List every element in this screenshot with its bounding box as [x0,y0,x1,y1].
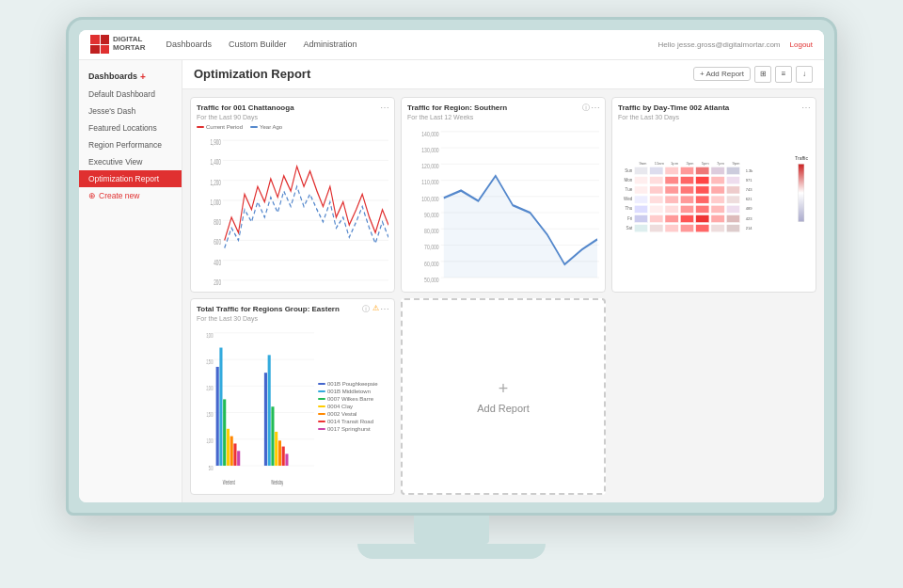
svg-rect-94 [726,215,739,222]
chart-heatmap: Traffic by Day-Time 002 Atlanta For the … [611,97,816,294]
logo-icon [90,35,109,54]
add-report-label: Add Report [477,403,530,414]
svg-rect-124 [227,429,230,466]
chart1-title: Traffic for 001 Chattanooga [197,103,388,112]
sidebar-item-optimization[interactable]: Optimization Report [79,170,182,187]
chart4-title: Total Traffic for Regions Group: Eastern [197,305,388,313]
legend-vestal: 0002 Vestal [318,411,388,417]
svg-rect-97 [665,224,678,231]
nav-links: Dashboards Custom Builder Administration [165,40,658,49]
svg-rect-84 [680,205,693,213]
main-header: Optimization Report + Add Report ⊞ ≡ ↓ [182,60,824,89]
svg-text:1,900: 1,900 [210,137,221,146]
nav-custom-builder[interactable]: Custom Builder [227,40,289,49]
layout-grid-button[interactable]: ⊞ [754,66,771,83]
chart3-menu[interactable]: ⋯ [801,103,811,113]
svg-rect-82 [650,205,663,213]
nav-dashboards[interactable]: Dashboards [165,40,214,49]
svg-text:Thu: Thu [625,206,632,211]
svg-rect-90 [665,215,678,222]
svg-text:9pm: 9pm [732,161,740,166]
svg-rect-126 [233,443,236,466]
sidebar-item-region[interactable]: Region Performance [79,136,182,153]
monitor-bezel: DIGITAL MORTAR Dashboards Custom Builder… [79,30,824,502]
svg-text:1,000: 1,000 [206,437,213,445]
svg-text:200: 200 [214,278,221,286]
add-report-button[interactable]: + Add Report [693,67,751,81]
svg-rect-53 [634,167,647,174]
svg-text:1.3k: 1.3k [746,167,754,172]
svg-text:2,500: 2,500 [206,358,213,365]
add-report-placeholder[interactable]: + Add Report [401,298,606,495]
svg-text:3pm: 3pm [686,161,694,166]
chart1-svg: 1,900 1,400 1,200 1,000 800 600 400 200 [197,133,388,287]
nav-administration[interactable]: Administration [302,40,359,49]
svg-text:7pm: 7pm [717,161,725,166]
svg-text:489: 489 [746,206,753,211]
l4-color [318,405,325,407]
svg-rect-66 [726,176,739,183]
sidebar-item-jesses[interactable]: Jesse's Dash [79,103,182,119]
svg-rect-79 [711,196,724,203]
l3-color [318,398,325,400]
sidebar-item-featured[interactable]: Featured Locations [79,119,182,136]
svg-rect-81 [634,205,647,213]
svg-rect-77 [680,196,693,203]
svg-rect-72 [711,185,724,193]
svg-rect-88 [634,215,647,222]
svg-rect-125 [230,437,233,466]
svg-rect-96 [650,224,663,231]
layout-list-button[interactable]: ≡ [775,66,792,83]
svg-rect-67 [634,185,647,193]
svg-rect-64 [696,176,709,183]
svg-text:743: 743 [746,186,753,191]
svg-rect-78 [696,196,709,203]
svg-text:2,000: 2,000 [206,384,213,391]
user-greeting: Hello jesse.gross@digitalmortar.com [658,40,781,49]
svg-rect-87 [726,205,739,213]
chart1-legend: Current Period Year Ago [197,124,388,130]
sidebar-item-executive[interactable]: Executive View [79,153,182,170]
svg-rect-59 [726,167,739,174]
chart-southern: Traffic for Region: Southern For the Las… [401,97,606,294]
svg-rect-65 [711,176,724,183]
svg-rect-93 [711,215,724,222]
svg-rect-133 [278,440,281,466]
sidebar-add-icon[interactable]: + [140,72,146,82]
svg-text:Wed: Wed [624,197,633,201]
download-button[interactable]: ↓ [796,66,813,83]
svg-text:50,000: 50,000 [424,275,439,282]
app-body: Dashboards + Default Dashboard Jesse's D… [79,60,824,502]
charts-grid: Traffic for 001 Chattanooga For the Last… [182,89,824,502]
chart4-info[interactable]: ⓘ [362,304,370,314]
l1-color [318,383,325,385]
svg-marker-36 [444,175,597,277]
chart2-menu[interactable]: ⋯ [591,103,600,113]
legend-clay: 0004 Clay [318,404,388,409]
svg-rect-121 [216,367,219,466]
sidebar-create-new[interactable]: ⊕ Create new [79,187,182,204]
svg-rect-60 [634,176,647,183]
chart2-info[interactable]: ⓘ [582,103,590,113]
sidebar-item-default[interactable]: Default Dashboard [79,86,182,103]
svg-text:971: 971 [746,177,753,182]
svg-text:90,000: 90,000 [424,210,439,217]
l2-color [318,390,325,392]
svg-rect-99 [696,224,709,231]
chart4-warning[interactable]: ⚠ [372,304,379,312]
chart4-svg: 3,000 2,500 2,000 1,500 1,000 500 [197,326,314,488]
svg-rect-75 [650,196,663,203]
main-content: Optimization Report + Add Report ⊞ ≡ ↓ T… [182,60,824,502]
legend-middletown: 001B Middletown [318,389,388,394]
create-circle-icon: ⊕ [88,191,96,200]
svg-rect-58 [711,167,724,174]
chart4-menu[interactable]: ⋯ [380,304,389,314]
chart1-menu[interactable]: ⋯ [380,103,389,113]
svg-rect-123 [223,399,226,466]
svg-rect-63 [680,176,693,183]
sidebar: Dashboards + Default Dashboard Jesse's D… [79,60,182,502]
svg-text:70,000: 70,000 [424,243,439,250]
logout-button[interactable]: Logout [790,40,813,49]
nav-user: Hello jesse.gross@digitalmortar.com Logo… [658,40,813,49]
svg-text:400: 400 [214,258,221,266]
